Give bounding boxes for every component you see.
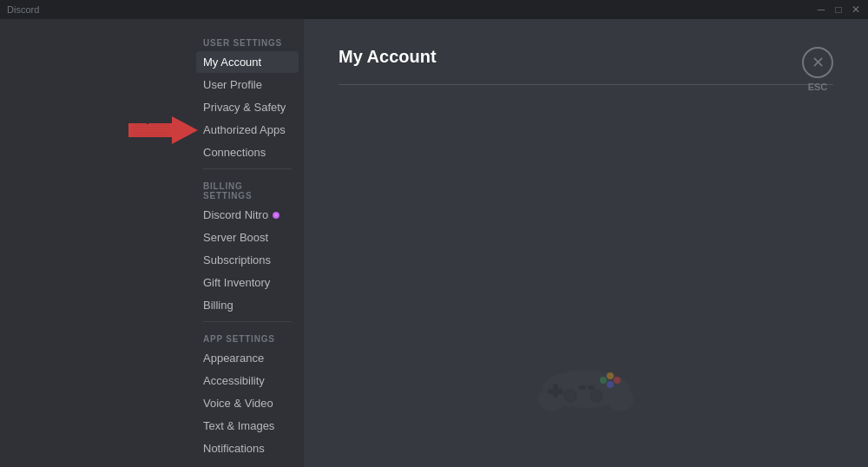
text-images-label: Text & Images	[203, 419, 274, 432]
sidebar-item-privacy-safety[interactable]: Privacy & Safety	[196, 96, 299, 118]
svg-rect-17	[579, 385, 586, 390]
sidebar-item-text-images[interactable]: Text & Images	[196, 415, 299, 437]
close-button-area[interactable]: ✕ ESC	[802, 47, 833, 92]
privacy-safety-label: Privacy & Safety	[203, 101, 286, 114]
sidebar-item-user-profile[interactable]: User Profile	[196, 74, 299, 95]
wumpus-illustration	[534, 354, 638, 415]
authorized-apps-label: Authorized Apps	[203, 123, 286, 136]
sidebar-item-appearance[interactable]: Appearance	[196, 347, 299, 369]
sidebar-item-voice-video[interactable]: Voice & Video	[196, 392, 299, 414]
sidebar-item-gift-inventory[interactable]: Gift Inventory	[196, 272, 299, 293]
accessibility-label: Accessibility	[203, 374, 265, 387]
sidebar-item-subscriptions[interactable]: Subscriptions	[196, 249, 299, 271]
svg-point-12	[614, 377, 621, 384]
sidebar-item-connections[interactable]: Connections	[196, 141, 299, 163]
maximize-button[interactable]: □	[833, 4, 844, 15]
gift-inventory-label: Gift Inventory	[203, 276, 270, 289]
voice-video-label: Voice & Video	[203, 397, 273, 410]
connections-label: Connections	[203, 146, 266, 159]
discord-nitro-label: Discord Nitro	[203, 208, 268, 221]
close-circle-icon[interactable]: ✕	[802, 47, 833, 78]
page-title: My Account	[339, 47, 833, 67]
settings-sidebar: USER SETTINGS My Account User Profile Pr…	[191, 19, 304, 467]
user-profile-label: User Profile	[203, 78, 262, 91]
app-settings-header: APP SETTINGS	[196, 329, 299, 347]
app-container: USER SETTINGS My Account User Profile Pr…	[0, 19, 868, 467]
titlebar-controls: ─ □ ✕	[816, 4, 861, 15]
svg-point-8	[608, 387, 634, 411]
sidebar-item-keybinds[interactable]: Keybinds	[196, 460, 299, 467]
arrow-annotation	[128, 115, 198, 148]
close-button[interactable]: ✕	[851, 4, 861, 15]
settings-content: My Account ✕ ESC	[304, 19, 868, 467]
nitro-badge-icon	[273, 212, 279, 219]
divider-2	[203, 321, 292, 322]
svg-rect-18	[588, 385, 595, 390]
billing-label: Billing	[203, 299, 233, 312]
sidebar-item-discord-nitro[interactable]: Discord Nitro	[196, 204, 299, 226]
appearance-label: Appearance	[203, 352, 264, 365]
controller-svg	[534, 354, 638, 415]
user-settings-header: USER SETTINGS	[196, 33, 299, 51]
sidebar-item-accessibility[interactable]: Accessibility	[196, 370, 299, 391]
content-divider	[339, 84, 833, 85]
svg-point-11	[607, 381, 614, 388]
svg-point-14	[607, 372, 614, 379]
titlebar-title: Discord	[7, 4, 39, 15]
my-account-label: My Account	[203, 56, 261, 69]
server-boost-label: Server Boost	[203, 231, 268, 244]
svg-point-16	[590, 390, 602, 402]
svg-point-13	[600, 377, 607, 384]
sidebar-item-my-account[interactable]: My Account	[196, 51, 299, 73]
left-space	[0, 19, 191, 467]
sidebar-item-authorized-apps[interactable]: Authorized Apps	[196, 119, 299, 141]
svg-rect-10	[548, 389, 563, 394]
sidebar-item-server-boost[interactable]: Server Boost	[196, 227, 299, 248]
subscriptions-label: Subscriptions	[203, 253, 271, 266]
billing-settings-header: BILLING SETTINGS	[196, 176, 299, 204]
sidebar-item-billing[interactable]: Billing	[196, 294, 299, 316]
close-x-icon: ✕	[812, 53, 825, 72]
titlebar: Discord ─ □ ✕	[0, 0, 868, 19]
svg-point-15	[564, 390, 576, 402]
sidebar-item-notifications[interactable]: Notifications	[196, 437, 299, 459]
divider-1	[203, 168, 292, 169]
minimize-button[interactable]: ─	[816, 4, 826, 15]
close-esc-label: ESC	[808, 82, 828, 92]
notifications-label: Notifications	[203, 442, 265, 455]
